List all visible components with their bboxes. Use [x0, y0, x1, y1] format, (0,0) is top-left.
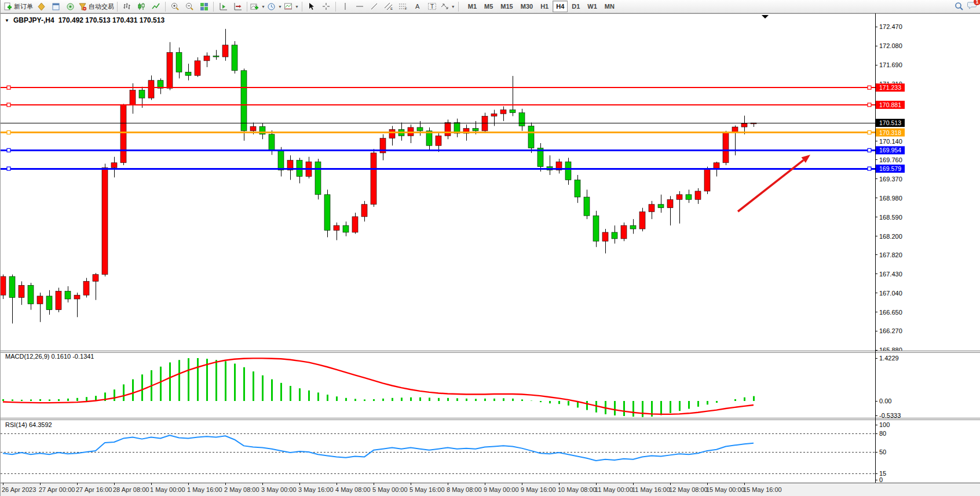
text-tool-button[interactable]: A	[411, 0, 425, 13]
time-tick-label: 2 May 08:00	[224, 486, 259, 493]
new-order-button[interactable]: 新订单	[3, 0, 34, 13]
candle-body	[510, 110, 515, 112]
time-tick-label: 12 May 08:00	[669, 486, 708, 493]
fibonacci-tool-button[interactable]: F	[396, 0, 410, 13]
text-label-tool-button[interactable]: T	[425, 0, 439, 13]
cursor-tool-button[interactable]	[305, 0, 319, 13]
timeframe-button-H1[interactable]: H1	[537, 1, 552, 12]
time-tick-label: 27 Apr 00:00	[39, 486, 75, 493]
trading-platform-window: 新订单 自动交易	[0, 0, 980, 496]
svg-text:F: F	[405, 7, 407, 10]
auto-scroll-button[interactable]	[216, 0, 230, 13]
candle-body	[482, 116, 488, 130]
hline-handle[interactable]	[868, 167, 871, 170]
candle-body	[167, 52, 173, 88]
horizontal-line-tool-button[interactable]	[353, 0, 367, 13]
price-tick-label: 167.430	[879, 271, 902, 278]
templates-icon	[284, 2, 292, 11]
candle-body	[120, 105, 126, 163]
dropdown-arrow-icon: ▼	[295, 5, 299, 9]
hline-handle[interactable]	[7, 86, 10, 89]
rsi-indicator-label: RSI(14) 64.3592	[5, 421, 52, 428]
price-badge-label: 170.513	[879, 119, 901, 126]
price-tick-label: 166.270	[879, 327, 902, 334]
chart-shift-button[interactable]	[231, 0, 244, 13]
templates-button[interactable]: ▼	[283, 0, 299, 13]
chart-background	[1, 13, 980, 483]
price-tick-label: 169.370	[879, 176, 902, 183]
toolbar-separator	[165, 2, 166, 12]
hline-handle[interactable]	[868, 148, 871, 152]
zoom-in-button[interactable]	[168, 0, 182, 13]
timeframe-button-H4[interactable]: H4	[553, 1, 568, 12]
arrow-objects-icon	[440, 2, 449, 10]
indicators-icon	[250, 2, 259, 11]
crosshair-tool-button[interactable]	[319, 0, 333, 13]
timeframe-button-W1[interactable]: W1	[584, 1, 601, 12]
periods-button[interactable]: ▼	[266, 0, 283, 13]
hline-handle[interactable]	[7, 167, 10, 170]
text-icon: A	[414, 2, 422, 10]
price-tick-label: 167.040	[879, 290, 902, 297]
strategy-signal-button[interactable]	[63, 0, 77, 13]
timeframe-button-M5[interactable]: M5	[481, 1, 496, 12]
price-badge-label: 171.233	[879, 84, 901, 91]
hline-handle[interactable]	[7, 131, 10, 134]
hline-handle[interactable]	[7, 103, 10, 107]
trendline-tool-button[interactable]	[367, 0, 381, 13]
candle-body	[491, 114, 497, 116]
channel-tool-button[interactable]: E	[382, 0, 396, 13]
bar-chart-icon	[123, 2, 131, 10]
hline-handle[interactable]	[868, 103, 871, 107]
candle-body	[714, 163, 719, 169]
candle-body	[667, 199, 673, 207]
bar-chart-button[interactable]	[120, 0, 134, 13]
rsi-scale-label: 80	[879, 430, 886, 437]
candle-body	[649, 205, 654, 212]
chart-canvas[interactable]: 165.880166.270166.650167.040167.430167.8…	[1, 0, 980, 496]
indicators-button[interactable]: ▼	[250, 0, 266, 13]
data-window-icon	[52, 2, 60, 11]
time-tick-label: 5 May 00:00	[372, 486, 408, 493]
candle-body	[334, 225, 339, 230]
candle-body	[741, 123, 747, 127]
candle-body	[704, 169, 710, 191]
time-tick-label: 3 May 16:00	[298, 486, 334, 493]
timeframe-button-M1[interactable]: M1	[465, 1, 480, 12]
toolbar: 新订单 自动交易	[1, 0, 980, 13]
price-tick-label: 168.980	[879, 195, 902, 202]
search-icon[interactable]	[955, 2, 964, 11]
chat-button[interactable]: 1	[967, 1, 977, 12]
vertical-line-tool-button[interactable]	[338, 0, 352, 13]
hline-handle[interactable]	[7, 148, 10, 152]
market-watch-button[interactable]	[34, 0, 48, 13]
svg-text:E: E	[390, 7, 393, 10]
price-tick-label: 167.820	[879, 251, 902, 258]
rsi-scale-label: 100	[879, 421, 890, 428]
hline-handle[interactable]	[868, 86, 871, 89]
candle-body	[575, 180, 580, 197]
auto-trading-button[interactable]: 自动交易	[78, 0, 115, 13]
time-tick-label: 11 May 00:00	[595, 486, 633, 493]
candle-body	[130, 90, 136, 105]
tile-windows-button[interactable]	[197, 0, 211, 13]
candlestick-chart-button[interactable]	[134, 0, 148, 13]
timeframe-button-MN[interactable]: MN	[601, 1, 618, 12]
zoom-out-button[interactable]	[182, 0, 196, 13]
timeframe-button-D1[interactable]: D1	[568, 1, 583, 12]
zoom-in-icon	[171, 2, 180, 11]
hline-handle[interactable]	[868, 131, 871, 134]
candle-body	[213, 56, 219, 57]
candle-body	[584, 197, 590, 216]
data-window-button[interactable]	[49, 0, 63, 13]
candle-body	[324, 195, 330, 231]
line-chart-button[interactable]	[149, 0, 163, 13]
toolbar-right-group: 1	[955, 1, 978, 12]
price-badge-label: 170.318	[879, 129, 901, 136]
dropdown-arrow-icon: ▼	[261, 5, 265, 9]
timeframe-button-M30[interactable]: M30	[517, 1, 536, 12]
chart-dropdown-icon[interactable]: ▼	[5, 18, 9, 23]
timeframe-button-M15[interactable]: M15	[497, 1, 516, 12]
price-badge-label: 169.954	[879, 147, 901, 154]
arrows-tool-button[interactable]: ▼	[440, 0, 456, 13]
